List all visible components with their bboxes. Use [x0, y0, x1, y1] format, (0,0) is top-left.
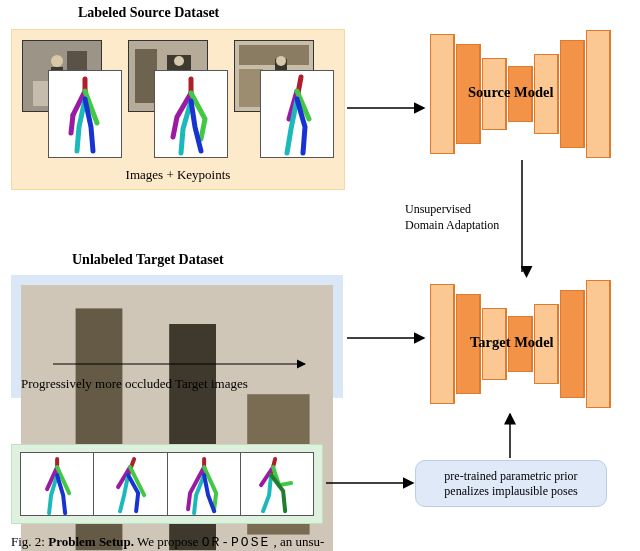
svg-point-3 [51, 55, 63, 67]
uda-line1: Unsupervised [405, 202, 499, 218]
source-keypoints-1 [48, 70, 122, 158]
target-model: Target Model [430, 280, 615, 400]
stick-figure-2 [155, 71, 227, 157]
source-sample-1 [22, 40, 122, 158]
aux-row [20, 452, 314, 516]
arrow-source-to-model [345, 90, 430, 126]
figure-tail-b: OR-POSE [202, 535, 271, 550]
arrow-aux-to-prior [324, 470, 419, 496]
heading-source: Labeled Source Dataset [78, 5, 219, 21]
arrow-prior-to-target [500, 408, 520, 463]
target-photo-3 [266, 286, 333, 362]
source-caption: Images + Keypoints [12, 167, 344, 183]
arrow-uda [512, 158, 532, 278]
prior-line1: pre-trained parametric prior [444, 469, 577, 483]
target-progress-arrow [51, 357, 311, 371]
target-caption: Progressively more occluded Target image… [21, 376, 248, 392]
target-dataset-box: . . . . . . . . [11, 275, 343, 398]
stick-figure-1 [49, 71, 121, 157]
figure-caption: Fig. 2: Problem Setup. We propose OR-POS… [11, 534, 324, 550]
figure-canvas: Labeled Source Dataset Unlabeled Target … [0, 0, 640, 551]
source-dataset-box: Images + Keypoints [11, 29, 345, 190]
uda-line2: Domain Adaptation [405, 218, 499, 234]
aux-pose-3 [168, 452, 241, 516]
target-row: . . . . . . . . [21, 285, 333, 363]
source-model-label: Source Model [468, 84, 554, 101]
source-sample-3 [234, 40, 334, 158]
svg-rect-10 [239, 45, 309, 65]
prior-line2: penalizes implausible poses [444, 484, 577, 498]
source-keypoints-3 [260, 70, 334, 158]
target-model-label: Target Model [470, 334, 554, 351]
svg-point-13 [276, 56, 286, 66]
source-keypoints-2 [154, 70, 228, 158]
source-row [22, 40, 334, 158]
figure-title: Problem Setup. [48, 534, 134, 549]
figure-tail-a: We propose [137, 534, 202, 549]
source-model: Source Model [430, 30, 615, 150]
uda-label: Unsupervised Domain Adaptation [405, 202, 499, 233]
svg-point-8 [174, 56, 184, 66]
prior-box: pre-trained parametric prior penalizes i… [415, 460, 607, 507]
figure-number: Fig. 2: [11, 534, 45, 549]
source-sample-2 [128, 40, 228, 158]
arrow-target-to-model [345, 320, 430, 356]
heading-unlabeled: Unlabeled Target Dataset [72, 252, 224, 268]
figure-tail-c: , an unsu- [273, 534, 324, 549]
aux-pose-1 [20, 452, 94, 516]
aux-pose-4 [241, 452, 314, 516]
aux-pose-2 [94, 452, 167, 516]
aux-dataset-box [11, 444, 323, 524]
stick-figure-3 [261, 71, 333, 157]
